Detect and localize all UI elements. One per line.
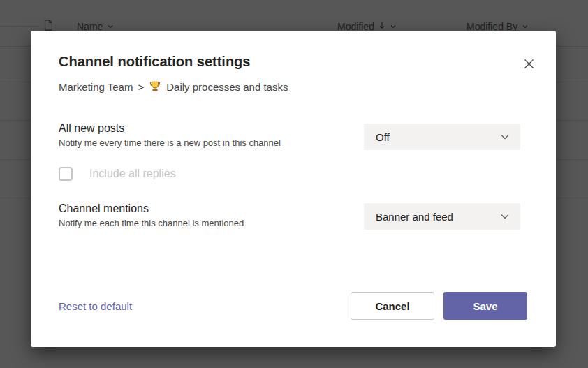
reset-to-default-link[interactable]: Reset to default xyxy=(59,292,132,320)
chevron-down-icon xyxy=(499,211,510,222)
channel-mentions-dropdown[interactable]: Banner and feed xyxy=(364,203,520,230)
dropdown-selected-value: Banner and feed xyxy=(376,211,453,223)
trophy-emoji-icon xyxy=(149,80,161,93)
include-all-replies-row: Include all replies xyxy=(59,167,176,181)
dialog-title: Channel notification settings xyxy=(59,54,250,70)
save-button[interactable]: Save xyxy=(443,292,527,320)
cancel-button[interactable]: Cancel xyxy=(351,292,434,320)
chevron-down-icon xyxy=(499,131,510,142)
footer-buttons: Cancel Save xyxy=(351,292,527,320)
setting-description: Notify me each time this channel is ment… xyxy=(59,217,244,229)
close-button[interactable] xyxy=(518,53,539,74)
breadcrumb-separator: > xyxy=(138,81,144,93)
setting-description: Notify me every time there is a new post… xyxy=(59,137,281,149)
channel-notification-settings-dialog: Channel notification settings Marketing … xyxy=(31,31,556,347)
setting-label: All new posts xyxy=(59,121,281,135)
breadcrumb-channel: Daily processes and tasks xyxy=(166,81,288,93)
setting-label: Channel mentions xyxy=(59,201,244,216)
setting-all-new-posts: All new posts Notify me every time there… xyxy=(59,121,281,149)
all-new-posts-dropdown[interactable]: Off xyxy=(364,124,520,150)
include-all-replies-checkbox[interactable] xyxy=(59,167,73,181)
breadcrumb: Marketing Team > Daily processes and tas… xyxy=(59,80,288,93)
close-icon xyxy=(524,59,534,69)
breadcrumb-team: Marketing Team xyxy=(59,81,133,93)
setting-channel-mentions: Channel mentions Notify me each time thi… xyxy=(59,201,244,229)
checkbox-label: Include all replies xyxy=(89,168,176,180)
dropdown-selected-value: Off xyxy=(376,131,390,143)
